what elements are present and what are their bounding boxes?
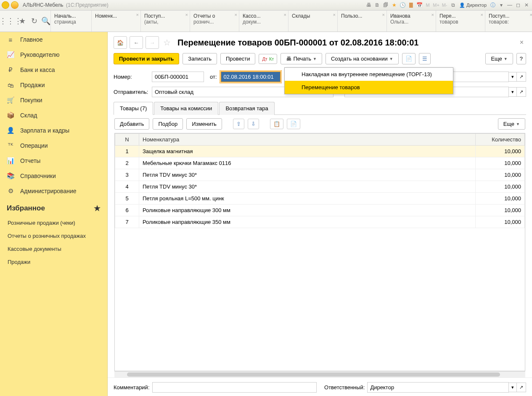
- sidebar-item[interactable]: 👤Зарплата и кадры: [0, 123, 107, 138]
- responsible-dropdown[interactable]: ▾: [509, 383, 517, 392]
- history-icon[interactable]: 🕓: [399, 1, 406, 9]
- print-menu-item[interactable]: Накладная на внутреннее перемещение (ТОР…: [285, 68, 453, 81]
- change-button[interactable]: Изменить: [186, 118, 222, 130]
- calendar-icon[interactable]: 📅: [416, 1, 423, 9]
- print-menu-item[interactable]: Перемещение товаров: [285, 81, 453, 94]
- favorite-item[interactable]: Кассовые документы: [0, 242, 107, 255]
- sidebar-item[interactable]: ⚙Администрирование: [0, 183, 107, 199]
- back-button[interactable]: ←: [130, 36, 143, 49]
- receiver-open[interactable]: ↗: [517, 87, 526, 97]
- org-open[interactable]: ↗: [517, 72, 526, 82]
- sidebar-item[interactable]: 📦Склад: [0, 108, 107, 123]
- panel-tab[interactable]: Пользо...×: [337, 11, 386, 32]
- home-button[interactable]: 🏠: [114, 36, 127, 49]
- comment-input[interactable]: [152, 382, 317, 393]
- favorites-star-icon[interactable]: ★: [18, 16, 27, 26]
- horizontal-scrollbar[interactable]: [114, 371, 525, 377]
- sidebar-item[interactable]: 📊Отчеты: [0, 153, 107, 168]
- receiver-dropdown[interactable]: ▾: [509, 87, 517, 97]
- date-input[interactable]: [220, 71, 281, 82]
- responsible-open[interactable]: ↗: [517, 383, 526, 392]
- panel-tab[interactable]: Началь...страница: [50, 11, 91, 32]
- close-icon[interactable]: ✕: [523, 1, 530, 9]
- table-row[interactable]: 1Защелка магнитная10,000: [115, 146, 525, 157]
- favorite-toggle[interactable]: ☆: [161, 37, 172, 48]
- clipboard-icon[interactable]: ↻: [29, 16, 39, 26]
- m-plus-button[interactable]: M+: [432, 1, 440, 9]
- org-dropdown[interactable]: ▾: [509, 72, 517, 82]
- sidebar-item[interactable]: 📚Справочники: [0, 168, 107, 183]
- m-minus-button[interactable]: M-: [441, 1, 448, 9]
- favorite-item[interactable]: Отчеты о розничных продажах: [0, 229, 107, 242]
- move-up-button[interactable]: ⇧: [233, 119, 244, 129]
- panel-tab[interactable]: Номенк...×: [91, 11, 140, 32]
- panel-tab[interactable]: Кассо...докум...×: [239, 11, 288, 32]
- inner-tab[interactable]: Товары на комиссии: [154, 102, 218, 115]
- tab-close-icon[interactable]: ×: [481, 12, 483, 17]
- table-row[interactable]: 7Роликовые направляющие 350 мм10,000: [115, 216, 525, 228]
- report-button[interactable]: ☰: [419, 53, 431, 64]
- add-row-button[interactable]: Добавить: [114, 118, 149, 130]
- panel-tab[interactable]: Поступ...(акты,×: [140, 11, 190, 32]
- table-row[interactable]: 4Петля TDV минус 30*10,000: [115, 181, 525, 193]
- tab-close-icon[interactable]: ×: [431, 12, 434, 17]
- panel-tab[interactable]: Склады×: [288, 11, 337, 32]
- sidebar-item[interactable]: 🛒Покупки: [0, 93, 107, 108]
- help-button[interactable]: ?: [516, 53, 526, 64]
- sidebar-item[interactable]: ₽Банк и касса: [0, 62, 107, 77]
- user-label[interactable]: 👤Директор: [458, 3, 488, 8]
- table-row[interactable]: 3Петля TDV минус 30*10,000: [115, 169, 525, 181]
- sidebar-item[interactable]: ≡Главное: [0, 32, 107, 47]
- sidebar-item[interactable]: ᵀᴷОперации: [0, 138, 107, 153]
- dtkt-button[interactable]: ДтКт: [259, 54, 277, 64]
- table-row[interactable]: 2Мебельные крючки Магамакс 011610,000: [115, 157, 525, 169]
- number-input[interactable]: [152, 72, 204, 82]
- col-qty[interactable]: Количество: [476, 134, 525, 146]
- m-button[interactable]: M: [424, 1, 431, 9]
- tab-close-icon[interactable]: ×: [530, 12, 532, 17]
- tab-close-icon[interactable]: ×: [333, 12, 336, 17]
- maximize-icon[interactable]: ◻: [514, 1, 522, 9]
- table-row[interactable]: 6Роликовые направляющие 300 мм10,000: [115, 205, 525, 216]
- table-row[interactable]: 5Петля рояльная L=500 мм. цинк10,000: [115, 193, 525, 205]
- caret-icon[interactable]: ▾: [498, 1, 505, 9]
- table-more-button[interactable]: Еще▼: [498, 118, 525, 130]
- attachment-button[interactable]: 📄: [402, 53, 416, 64]
- tab-close-icon[interactable]: ×: [284, 12, 286, 17]
- tab-close-icon[interactable]: ×: [382, 12, 385, 17]
- commit-close-button[interactable]: Провести и закрыть: [114, 53, 179, 64]
- tab-close-icon[interactable]: ×: [235, 12, 237, 17]
- document-close-button[interactable]: ×: [517, 39, 526, 46]
- favorite-item[interactable]: Розничные продажи (чеки): [0, 216, 107, 229]
- panel-tab[interactable]: ИвановаОльга...×: [386, 11, 436, 32]
- move-down-button[interactable]: ⇩: [248, 119, 259, 129]
- star-icon[interactable]: ★: [390, 1, 398, 9]
- forward-button[interactable]: →: [146, 36, 159, 49]
- paste-button[interactable]: 📄: [287, 119, 300, 129]
- favorite-item[interactable]: Продажи: [0, 255, 107, 268]
- col-name[interactable]: Номенклатура: [139, 134, 476, 146]
- print-icon[interactable]: 🖶: [365, 1, 373, 9]
- inner-tab[interactable]: Возвратная тара: [219, 102, 274, 115]
- sidebar-item[interactable]: 🛍Продажи: [0, 77, 107, 93]
- panel-tab[interactable]: Отчеты орознич...×: [190, 11, 239, 32]
- pick-button[interactable]: Подбор: [153, 118, 183, 130]
- calc-icon[interactable]: ䷀: [407, 1, 415, 9]
- sidebar-item[interactable]: 📈Руководителю: [0, 47, 107, 62]
- compare-icon[interactable]: 🗐: [382, 1, 389, 9]
- panel-tab[interactable]: Пере...товаров×: [436, 11, 485, 32]
- apps-grid-icon[interactable]: ⋮⋮⋮: [6, 16, 15, 26]
- write-button[interactable]: Записать: [183, 53, 217, 64]
- panel-tab[interactable]: Поступ...товаров:×: [485, 11, 532, 32]
- tab-close-icon[interactable]: ×: [136, 12, 139, 17]
- windows-icon[interactable]: ⧉: [449, 1, 457, 9]
- info-icon[interactable]: ⓘ: [489, 1, 497, 9]
- print-button[interactable]: 🖶Печать▼: [281, 53, 322, 64]
- create-based-button[interactable]: Создать на основании▼: [326, 53, 399, 64]
- inner-tab[interactable]: Товары (7): [114, 102, 153, 115]
- more-button[interactable]: Еще▼: [485, 53, 513, 64]
- minimize-icon[interactable]: —: [506, 1, 513, 9]
- col-n[interactable]: N: [115, 134, 139, 146]
- doc-icon[interactable]: 🗎: [373, 1, 381, 9]
- responsible-input[interactable]: [367, 382, 509, 393]
